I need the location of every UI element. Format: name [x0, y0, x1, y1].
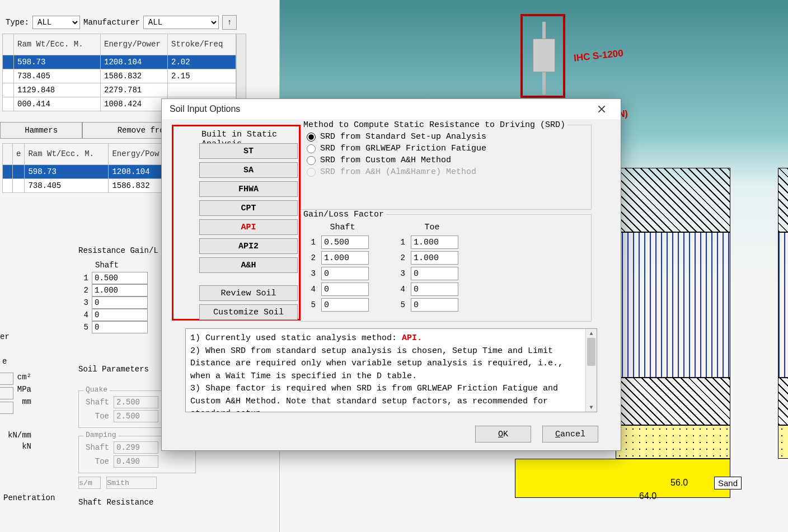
e-label: e	[2, 357, 7, 366]
radio-grlweap[interactable]	[307, 144, 316, 153]
method-ah[interactable]: A&H	[199, 257, 298, 273]
strata-area: Sand 56.0 64.0	[616, 168, 788, 532]
scroll-down-icon[interactable]: ▼	[586, 403, 597, 412]
stratum-right-diag-1	[778, 168, 788, 232]
arrow-up-icon: ↑	[227, 18, 232, 27]
srd-method-group: Method to Compute Static Resistance to D…	[301, 120, 592, 210]
srd-opt-custom-ah[interactable]: SRD from Custom A&H Method	[307, 156, 591, 165]
info-textarea[interactable]: 1) Currently used static analysis method…	[185, 328, 597, 412]
srd-opt-grlweap[interactable]: SRD from GRLWEAP Friction Fatigue	[307, 144, 591, 153]
quake-title: Quake	[83, 385, 110, 394]
type-select[interactable]: ALL	[32, 16, 80, 29]
col-ram-2[interactable]: Ram Wt/Ecc. M.	[25, 144, 109, 165]
gl-toe-2[interactable]	[411, 251, 458, 265]
rgl-shaft-1[interactable]	[92, 272, 148, 284]
radio-standard[interactable]	[307, 133, 316, 142]
unit-knmm: kN/mm	[8, 431, 31, 440]
method-cpt[interactable]: CPT	[199, 200, 298, 216]
gl-shaft-1[interactable]	[321, 236, 369, 249]
srd-opt-ah: SRD from A&H (Alm&Hamre) Method	[307, 167, 591, 177]
quake-toe[interactable]	[114, 410, 158, 422]
table-row[interactable]: 738.4051586.8322.15	[3, 69, 236, 83]
gl-shaft-2[interactable]	[321, 251, 369, 265]
table-row[interactable]: 1129.8482279.781	[3, 83, 236, 97]
depth-64: 64.0	[639, 491, 656, 501]
manufacturer-label: Manufacturer	[83, 18, 140, 27]
table-row[interactable]: 598.731208.1042.02	[3, 55, 236, 69]
soil-input-options-dialog: Soil Input Options Built in Static Analy…	[161, 98, 621, 451]
customize-soil-button[interactable]: Customize Soil	[199, 304, 298, 320]
stratum-right-dots	[778, 425, 788, 459]
sm-field[interactable]	[78, 477, 101, 489]
damping-toe[interactable]	[114, 455, 158, 468]
srd-title: Method to Compute Static Resistance to D…	[301, 120, 567, 130]
gl-shaft-3[interactable]	[321, 267, 369, 280]
method-api2[interactable]: API2	[199, 238, 298, 254]
gl-shaft-4[interactable]	[321, 283, 369, 296]
gl-toe-3[interactable]	[411, 267, 458, 280]
up-arrow-button[interactable]: ↑	[222, 15, 237, 30]
field-mm	[0, 402, 13, 414]
close-button[interactable]	[590, 101, 613, 117]
damping-shaft[interactable]	[114, 441, 158, 454]
unit-mm: mm	[22, 397, 31, 406]
method-sa[interactable]: SA	[199, 162, 298, 178]
builtin-methods-group: Built in Static Analysis ST SA FHWA CPT …	[172, 125, 301, 321]
srd-opt-standard[interactable]: SRD from Standard Set-up Analysis	[307, 132, 591, 142]
gl-toe-4[interactable]	[411, 283, 458, 296]
hammer-block	[533, 39, 555, 72]
rgl-shaft-5[interactable]	[92, 321, 148, 333]
field-mpa	[0, 387, 13, 399]
rgl-title: Resistance Gain/L	[78, 246, 168, 255]
method-fhwa[interactable]: FHWA	[199, 181, 298, 197]
scroll-up-icon[interactable]: ▲	[586, 329, 597, 338]
unit-mpa: MPa	[17, 385, 31, 394]
dialog-title: Soil Input Options	[170, 104, 240, 114]
unit-kn: kN	[22, 442, 31, 451]
review-soil-button[interactable]: Review Soil	[199, 285, 298, 301]
radio-custom-ah[interactable]	[307, 156, 316, 165]
sand-label: Sand	[714, 477, 742, 489]
table-row[interactable]: 598.731208.104	[3, 165, 165, 179]
gain-loss-title: Gain/Loss Factor	[301, 210, 386, 219]
hammer-outline	[520, 14, 565, 98]
gl-shaft-col: Shaft 1 2 3 4 5	[309, 223, 376, 313]
stratum-yellow	[515, 459, 730, 498]
radio-ah	[307, 168, 316, 177]
col-ram[interactable]: Ram Wt/Ecc. M.	[14, 34, 101, 55]
hammers-button[interactable]: Hammers	[0, 122, 82, 139]
unit-cm2: cm²	[17, 373, 31, 382]
smith-field[interactable]	[106, 477, 157, 489]
rgl-shaft-2[interactable]	[92, 284, 148, 296]
stratum-right-vert	[778, 232, 788, 378]
col-energy-2[interactable]: Energy/Pow	[109, 144, 165, 165]
col-energy[interactable]: Energy/Power	[101, 34, 168, 55]
hammer-table-selected[interactable]: e Ram Wt/Ecc. M. Energy/Pow 598.731208.1…	[2, 143, 165, 193]
soil-parameters-title: Soil Parameters	[78, 365, 149, 374]
manufacturer-select[interactable]: ALL	[143, 16, 219, 29]
rgl-shaft-4[interactable]	[92, 309, 148, 321]
dialog-titlebar[interactable]: Soil Input Options	[162, 99, 621, 119]
stratum-dots	[616, 425, 730, 459]
table-row[interactable]: 738.4051586.832	[3, 179, 165, 193]
gl-shaft-5[interactable]	[321, 298, 369, 312]
rgl-shaft-3[interactable]	[92, 296, 148, 309]
gl-toe-1[interactable]	[411, 236, 458, 249]
quake-shaft[interactable]	[114, 396, 158, 408]
close-icon	[598, 105, 606, 113]
gl-toe-col: Toe 1 2 3 4 5	[398, 223, 466, 313]
stratum-diag-1	[616, 168, 730, 232]
method-api[interactable]: API	[199, 219, 298, 235]
stratum-right-diag-2	[778, 378, 788, 425]
damping-title: Damping	[83, 431, 119, 439]
method-st[interactable]: ST	[199, 143, 298, 159]
shaft-resistance-label: Shaft Resistance	[78, 498, 196, 507]
col-stroke[interactable]: Stroke/Freq	[168, 34, 236, 55]
resistance-gain-loss: Resistance Gain/L Shaft 1 2 3 4 5	[78, 246, 168, 333]
gl-toe-5[interactable]	[411, 298, 458, 312]
info-scrollbar[interactable]: ▲ ▼	[585, 329, 597, 412]
field-cm2	[0, 373, 13, 385]
scroll-thumb[interactable]	[587, 338, 595, 366]
ok-button[interactable]: OK	[475, 426, 531, 442]
cancel-button[interactable]: Cancel	[542, 426, 598, 442]
